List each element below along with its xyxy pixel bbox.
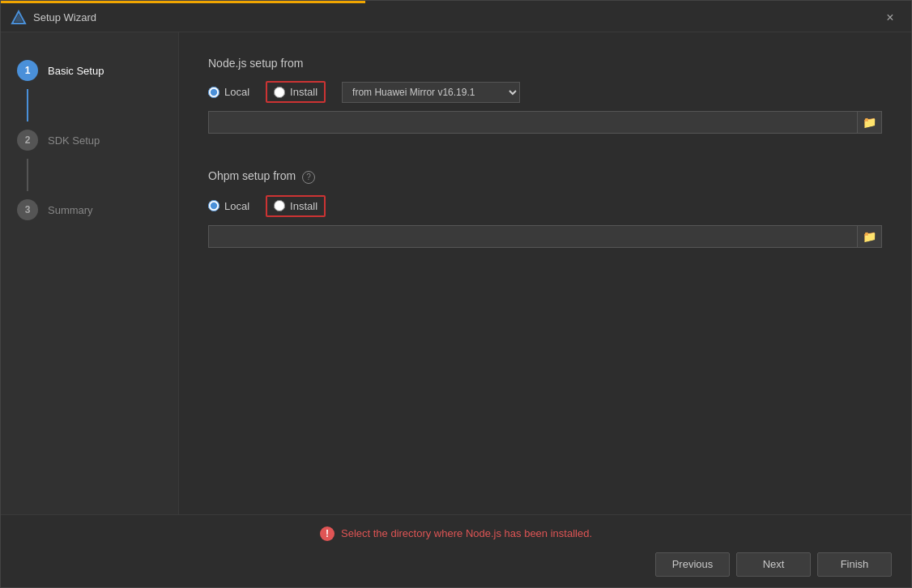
nodejs-local-label[interactable]: Local: [224, 86, 249, 98]
step-2-label: SDK Setup: [48, 134, 100, 147]
ohpm-section-title: Ohpm setup from ?: [208, 169, 882, 184]
next-button[interactable]: Next: [736, 552, 811, 577]
nodejs-install-highlight: Install: [266, 81, 326, 103]
ohpm-install-highlight: Install: [266, 195, 326, 217]
previous-button[interactable]: Previous: [655, 552, 730, 577]
sidebar-item-sdk-setup[interactable]: 2 SDK Setup: [1, 121, 178, 159]
button-row: Previous Next Finish: [20, 552, 892, 577]
app-icon: [11, 10, 27, 26]
finish-button[interactable]: Finish: [817, 552, 892, 577]
step-2-circle: 2: [17, 130, 38, 151]
nodejs-install-radio[interactable]: [274, 87, 285, 98]
ohpm-path-row: 📁: [208, 225, 882, 248]
setup-wizard-window: Setup Wizard × 1 Basic Setup 2 SDK Setup…: [0, 0, 912, 588]
window-title: Setup Wizard: [33, 11, 879, 23]
error-message-row: ! Select the directory where Node.js has…: [20, 526, 892, 541]
ohpm-local-radio[interactable]: [208, 200, 219, 211]
nodejs-local-radio[interactable]: [208, 87, 219, 98]
title-bar: Setup Wizard ×: [1, 3, 911, 32]
step-1-label: Basic Setup: [48, 65, 104, 77]
error-text: Select the directory where Node.js has b…: [341, 527, 592, 539]
bottom-bar: ! Select the directory where Node.js has…: [1, 514, 911, 587]
ohpm-install-option[interactable]: Install: [274, 200, 317, 212]
nodejs-install-option[interactable]: Install: [274, 86, 317, 98]
nodejs-radio-group: Local Install from Huawei Mirror v16.19.…: [208, 81, 882, 103]
main-content: Node.js setup from Local Install from Hu…: [179, 32, 911, 514]
nodejs-folder-button[interactable]: 📁: [858, 111, 882, 134]
sidebar-item-summary[interactable]: 3 Summary: [1, 191, 178, 228]
step-connector-1: [27, 89, 28, 121]
ohpm-folder-button[interactable]: 📁: [858, 225, 882, 248]
sidebar-item-basic-setup[interactable]: 1 Basic Setup: [1, 52, 178, 89]
folder-icon-2: 📁: [863, 230, 876, 243]
nodejs-path-row: 📁: [208, 111, 882, 134]
nodejs-install-label[interactable]: Install: [290, 86, 317, 98]
ohpm-section: Ohpm setup from ? Local Install: [208, 169, 882, 267]
nodejs-section-title: Node.js setup from: [208, 57, 882, 70]
close-button[interactable]: ×: [879, 6, 901, 29]
nodejs-mirror-select[interactable]: from Huawei Mirror v16.19.1: [342, 82, 520, 103]
ohpm-path-input[interactable]: [208, 225, 858, 248]
error-icon: !: [320, 526, 335, 541]
step-3-label: Summary: [48, 204, 93, 216]
ohpm-local-label[interactable]: Local: [224, 200, 249, 212]
step-connector-2: [27, 159, 28, 191]
ohpm-install-radio[interactable]: [274, 200, 285, 211]
ohpm-install-label[interactable]: Install: [290, 200, 317, 212]
nodejs-path-input[interactable]: [208, 111, 858, 134]
ohpm-help-icon[interactable]: ?: [302, 171, 315, 184]
sidebar: 1 Basic Setup 2 SDK Setup 3 Summary: [1, 32, 179, 514]
folder-icon: 📁: [863, 116, 876, 129]
nodejs-local-option[interactable]: Local: [208, 86, 249, 98]
step-1-circle: 1: [17, 60, 38, 81]
step-3-circle: 3: [17, 199, 38, 220]
ohpm-radio-group: Local Install: [208, 195, 882, 217]
nodejs-section: Node.js setup from Local Install from Hu…: [208, 57, 882, 153]
ohpm-local-option[interactable]: Local: [208, 200, 249, 212]
content-area: 1 Basic Setup 2 SDK Setup 3 Summary Node…: [1, 32, 911, 514]
